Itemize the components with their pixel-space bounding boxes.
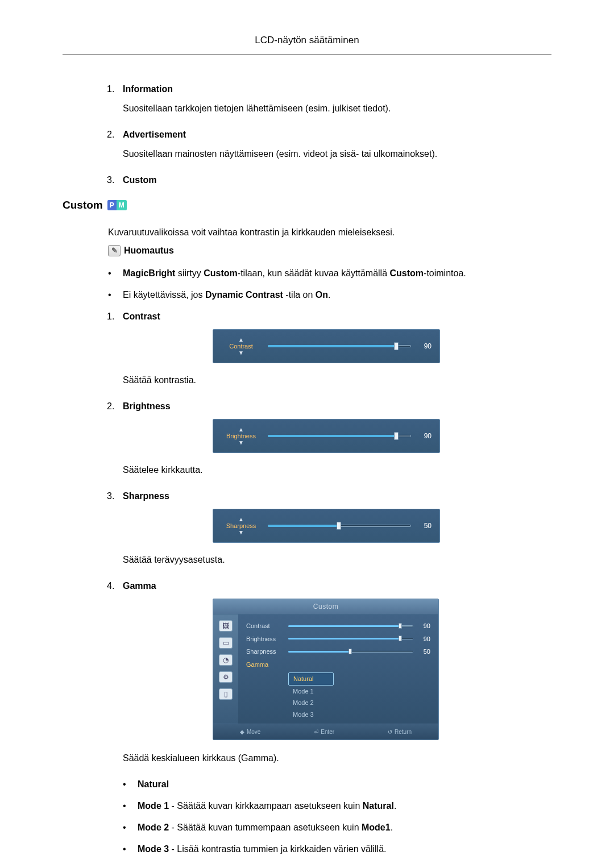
osd-label-col: ▲ Sharpness ▼ bbox=[221, 516, 261, 535]
list-number: 2. bbox=[107, 128, 123, 142]
osd-gamma-panel: Custom 🖼 ▭ ◔ ⚙ ▯ Contrast 90 Brig bbox=[213, 599, 439, 740]
timer-icon[interactable]: ◔ bbox=[219, 654, 233, 666]
bullet-text: Natural bbox=[138, 778, 169, 791]
bullet-item: • MagicBright siirtyy Custom-tilaan, kun… bbox=[63, 267, 551, 280]
chevron-up-icon[interactable]: ▲ bbox=[238, 426, 244, 433]
list-item: 1. Contrast bbox=[63, 310, 551, 323]
list-number: 4. bbox=[107, 579, 123, 593]
osd-label: Brightness bbox=[226, 433, 256, 439]
osd-slider[interactable] bbox=[268, 343, 411, 349]
list-desc: Suositellaan tarkkojen tietojen lähettäm… bbox=[63, 102, 551, 115]
bullet-dot: • bbox=[123, 778, 138, 791]
note-icon: ✎ bbox=[108, 245, 121, 256]
gamma-options: Natural Mode 1 Mode 2 Mode 3 bbox=[288, 672, 430, 720]
list-number: 3. bbox=[107, 173, 123, 187]
osd-value: 50 bbox=[418, 521, 432, 531]
list-label: Sharpness bbox=[123, 489, 169, 503]
gamma-footer: ◆Move ⏎Enter ↺Return bbox=[213, 724, 438, 740]
gamma-row-label: Contrast bbox=[246, 621, 283, 631]
custom-intro: Kuvaruutuvalikoissa voit vaihtaa kontras… bbox=[63, 226, 551, 239]
item-desc: Säätää kontrastia. bbox=[63, 373, 551, 387]
item-desc: Säätelee kirkkautta. bbox=[63, 463, 551, 477]
gamma-row-value: 90 bbox=[419, 621, 430, 631]
bullet-text: Mode 2 - Säätää kuvan tummempaan asetuks… bbox=[138, 821, 393, 834]
bullet-text: Ei käytettävissä, jos Dynamic Contrast -… bbox=[123, 288, 330, 302]
osd-slider[interactable] bbox=[268, 433, 411, 439]
list-number: 1. bbox=[107, 82, 123, 96]
bullet-text: MagicBright siirtyy Custom-tilaan, kun s… bbox=[123, 267, 466, 280]
gamma-slider[interactable] bbox=[288, 637, 413, 641]
bullet-item: • Mode 3 - Lisää kontrastia tummien ja k… bbox=[63, 842, 551, 856]
chevron-down-icon[interactable]: ▼ bbox=[238, 439, 244, 446]
chevron-up-icon[interactable]: ▲ bbox=[238, 337, 244, 343]
page-header: LCD-näytön säätäminen bbox=[63, 0, 551, 55]
chevron-down-icon[interactable]: ▼ bbox=[238, 529, 244, 535]
bullet-dot: • bbox=[123, 821, 138, 834]
bullet-dot: • bbox=[123, 842, 138, 856]
osd-label-col: ▲ Contrast ▼ bbox=[221, 337, 261, 356]
gamma-slider[interactable] bbox=[288, 650, 413, 654]
return-icon: ↺ bbox=[388, 728, 392, 736]
enter-icon: ⏎ bbox=[314, 728, 318, 736]
chevron-down-icon[interactable]: ▼ bbox=[238, 350, 244, 356]
list-item: 1. Information bbox=[63, 82, 551, 96]
osd-panel-brightness: ▲ Brightness ▼ 90 bbox=[213, 419, 440, 453]
note-row: ✎ Huomautus bbox=[63, 244, 551, 258]
list-label: Brightness bbox=[123, 400, 171, 413]
osd-label: Sharpness bbox=[226, 522, 256, 529]
section-custom-title: Custom PM bbox=[63, 197, 551, 214]
document-icon[interactable]: ▯ bbox=[219, 688, 233, 700]
gamma-row: Contrast 90 bbox=[246, 621, 430, 631]
gamma-row-value: 90 bbox=[419, 634, 430, 644]
gamma-slider[interactable] bbox=[288, 624, 413, 629]
bullet-dot: • bbox=[123, 799, 138, 813]
list-item: 2. Brightness bbox=[63, 400, 551, 413]
osd-label: Contrast bbox=[229, 343, 253, 350]
gamma-row-gamma: Gamma bbox=[246, 660, 430, 670]
gamma-row: Sharpness 50 bbox=[246, 647, 430, 657]
list-label: Custom bbox=[123, 173, 157, 187]
gamma-option[interactable]: Natural bbox=[288, 672, 334, 686]
gamma-row-label: Sharpness bbox=[246, 647, 283, 657]
list-item: 3. Custom bbox=[63, 173, 551, 187]
gamma-option[interactable]: Mode 3 bbox=[288, 709, 334, 721]
footer-enter: ⏎Enter bbox=[314, 728, 334, 736]
note-label: Huomautus bbox=[124, 244, 174, 258]
osd-value: 90 bbox=[418, 341, 432, 351]
pm-badge-icon: PM bbox=[107, 200, 127, 210]
list-item: 3. Sharpness bbox=[63, 489, 551, 503]
list-number: 2. bbox=[107, 400, 123, 413]
bullet-text: Mode 3 - Lisää kontrastia tummien ja kir… bbox=[138, 842, 387, 856]
gamma-row-label: Brightness bbox=[246, 634, 283, 644]
gamma-desc: Säädä keskialueen kirkkaus (Gamma). bbox=[63, 751, 551, 765]
bullet-item: • Ei käytettävissä, jos Dynamic Contrast… bbox=[63, 288, 551, 302]
osd-panel-contrast: ▲ Contrast ▼ 90 bbox=[213, 329, 440, 363]
gamma-option[interactable]: Mode 2 bbox=[288, 697, 334, 709]
list-label: Advertisement bbox=[123, 128, 186, 142]
move-icon: ◆ bbox=[240, 728, 244, 736]
gamma-panel-title: Custom bbox=[213, 599, 438, 614]
osd-slider[interactable] bbox=[268, 523, 411, 529]
gamma-row-value: 50 bbox=[419, 647, 430, 657]
item-desc: Säätää terävyysasetusta. bbox=[63, 553, 551, 567]
footer-move: ◆Move bbox=[240, 728, 260, 736]
gamma-row-label: Gamma bbox=[246, 660, 283, 670]
osd-panel-sharpness: ▲ Sharpness ▼ 50 bbox=[213, 509, 440, 543]
list-number: 3. bbox=[107, 489, 123, 503]
list-label: Gamma bbox=[123, 579, 156, 593]
content: 1. Information Suositellaan tarkkojen ti… bbox=[63, 55, 551, 857]
screen-icon[interactable]: ▭ bbox=[219, 637, 233, 649]
section-heading: Custom bbox=[63, 197, 103, 214]
gamma-sidebar: 🖼 ▭ ◔ ⚙ ▯ bbox=[213, 614, 238, 724]
list-item: 2. Advertisement bbox=[63, 128, 551, 142]
bullet-item: • Mode 2 - Säätää kuvan tummempaan asetu… bbox=[63, 821, 551, 834]
picture-icon[interactable]: 🖼 bbox=[219, 620, 233, 632]
chevron-up-icon[interactable]: ▲ bbox=[238, 516, 244, 522]
bullet-dot: • bbox=[108, 288, 123, 302]
gamma-row: Brightness 90 bbox=[246, 634, 430, 644]
bullet-item: • Natural bbox=[63, 778, 551, 791]
bullet-dot: • bbox=[108, 267, 123, 280]
gamma-option[interactable]: Mode 1 bbox=[288, 686, 334, 697]
gear-icon[interactable]: ⚙ bbox=[219, 671, 233, 683]
list-item: 4. Gamma bbox=[63, 579, 551, 593]
